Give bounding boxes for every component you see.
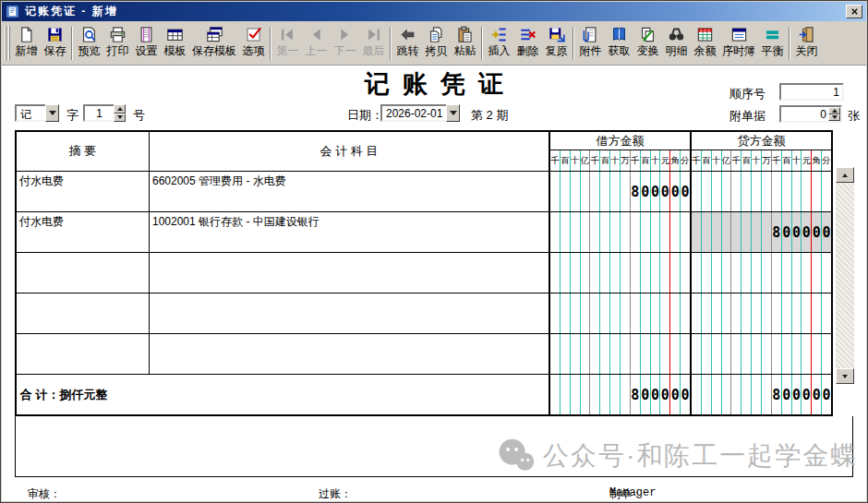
title-bar[interactable]: 记账凭证 - 新增 (2, 2, 866, 21)
digit-cell (600, 293, 610, 333)
toolbar-button-get[interactable]: 获取 (605, 23, 633, 64)
date-select[interactable]: 2026-02-01 (380, 104, 460, 122)
account-cell[interactable] (150, 334, 550, 374)
spin-down-button[interactable] (828, 114, 840, 122)
spin-up-button[interactable] (828, 107, 840, 114)
digit-column-label: 角 (670, 150, 681, 171)
toolbar-button-copy[interactable]: 拷贝 (422, 23, 451, 64)
digit-column-label: 百 (741, 150, 752, 171)
attach-input[interactable]: 0 (779, 105, 842, 123)
credit-amount-cell[interactable]: 800000 (692, 212, 831, 252)
preview-icon (80, 26, 98, 43)
close-button[interactable] (846, 5, 862, 18)
voucher-word-select[interactable]: 记 (15, 104, 59, 122)
digit-cell (581, 253, 591, 293)
credit-amount-cell[interactable] (692, 334, 831, 374)
digit-cell (631, 334, 641, 374)
scroll-down-button[interactable] (836, 368, 854, 384)
digit-cell (772, 334, 782, 374)
summary-cell[interactable] (17, 253, 150, 293)
digit-cell (722, 253, 732, 293)
options-icon (245, 26, 262, 43)
toolbar-button-journal[interactable]: 序时簿 (719, 23, 758, 64)
digit-cell (641, 293, 651, 333)
toolbar-button-transform[interactable]: 变换 (633, 23, 662, 64)
spin-down-button[interactable] (114, 114, 126, 123)
debit-amount-cell[interactable] (550, 334, 692, 374)
digit-cell (550, 172, 561, 211)
digit-cell (792, 334, 802, 374)
toolbar-gripper[interactable] (5, 26, 11, 61)
debit-amount-cell[interactable] (550, 212, 692, 252)
credit-amount-cell[interactable] (692, 253, 831, 293)
account-cell[interactable]: 6602005 管理费用 - 水电费 (150, 172, 550, 211)
toolbar-button-restore[interactable]: 复原 (542, 23, 571, 64)
serial-input[interactable]: 1 (779, 83, 844, 101)
digit-cell (772, 172, 782, 211)
digit-cell (550, 293, 561, 333)
toolbar-button-paste[interactable]: 粘贴 (451, 23, 479, 64)
vertical-scrollbar[interactable] (836, 167, 854, 384)
digit-cell (621, 334, 631, 374)
digit-cell: 0 (681, 172, 690, 211)
dropdown-button[interactable] (45, 104, 59, 122)
digit-cell (571, 212, 581, 252)
toolbar-button-print[interactable]: 打印 (103, 23, 132, 64)
digit-cell (621, 375, 631, 414)
toolbar-button-last: 最后 (359, 23, 388, 64)
toolbar-button-delete[interactable]: 删除 (513, 23, 542, 64)
toolbar-button-options[interactable]: 选项 (239, 23, 268, 64)
voucher-number-input[interactable]: 1 (83, 104, 126, 122)
toolbar-button-template[interactable]: 模板 (161, 23, 189, 64)
account-cell[interactable] (150, 293, 550, 333)
digit-column-label: 千 (772, 150, 782, 171)
toolbar-button-new-doc[interactable]: 新增 (12, 23, 41, 64)
next-icon (336, 26, 354, 43)
toolbar-button-balance[interactable]: 余额 (691, 23, 719, 64)
debit-amount-cell[interactable] (550, 293, 692, 333)
toolbar-button-detail[interactable]: 明细 (662, 23, 691, 64)
digit-cell (610, 212, 621, 252)
toolbar-button-save[interactable]: 保存 (41, 23, 69, 64)
toolbar-button-insert[interactable]: 插入 (485, 23, 513, 64)
attach-label: 附单据 (729, 108, 766, 125)
digit-cell: 0 (660, 172, 670, 211)
digit-cell (762, 375, 772, 414)
digit-cell (712, 334, 722, 374)
toolbar-button-label: 新增 (16, 44, 38, 57)
summary-cell[interactable]: 付水电费 (17, 212, 150, 252)
toolbar-button-jump[interactable]: 跳转 (393, 23, 422, 64)
toolbar-button-attachment[interactable]: 附件 (576, 23, 605, 64)
dropdown-button[interactable] (446, 104, 460, 122)
digit-cell: 0 (792, 375, 802, 414)
digit-cell (561, 293, 571, 333)
digit-cell (550, 253, 561, 293)
spin-up-button[interactable] (114, 104, 126, 114)
debit-amount-cell[interactable]: 800000 (550, 172, 692, 211)
digit-cell: 0 (670, 375, 681, 414)
summary-cell[interactable]: 付水电费 (17, 172, 150, 211)
scroll-up-button[interactable] (836, 167, 854, 183)
toolbar-button-page-setup[interactable]: 设置 (132, 23, 161, 64)
account-cell[interactable] (150, 253, 550, 293)
debit-amount-cell[interactable] (550, 253, 692, 293)
toolbar-button-close[interactable]: 关闭 (792, 23, 821, 64)
toolbar-button-save-template[interactable]: 保存模板 (189, 23, 239, 64)
digit-column-label: 十 (651, 150, 661, 171)
credit-amount-cell[interactable] (692, 172, 831, 211)
credit-amount-cell[interactable] (692, 293, 831, 333)
toolbar-button-label: 设置 (136, 44, 158, 57)
down-arrow-icon (117, 115, 123, 119)
digit-column-label: 分 (681, 150, 690, 171)
account-cell[interactable]: 1002001 银行存款 - 中国建设银行 (150, 212, 550, 252)
summary-cell[interactable] (17, 293, 150, 333)
toolbar-button-preview[interactable]: 预览 (75, 23, 103, 64)
summary-cell[interactable] (17, 334, 150, 374)
serial-label: 顺序号 (729, 86, 766, 102)
number-spinner (114, 104, 126, 122)
scrollbar-track[interactable] (836, 183, 854, 368)
digit-cell (590, 212, 600, 252)
toolbar-button-label: 模板 (164, 44, 187, 57)
new-doc-icon (18, 26, 35, 43)
toolbar-button-balance-check[interactable]: 平衡 (758, 23, 787, 64)
